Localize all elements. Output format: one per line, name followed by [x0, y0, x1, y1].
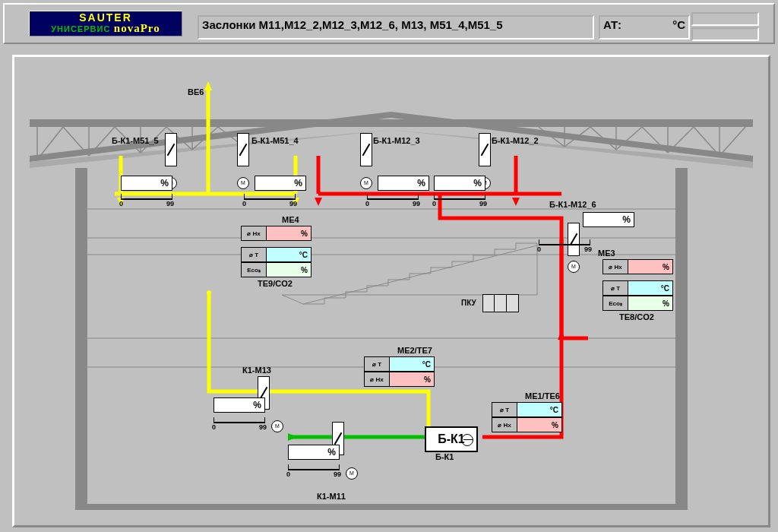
m12-3-label: Б-К1-M12_3 — [373, 136, 420, 145]
header-bar: SAUTER УНИСЕРВИС novaPro Заслонки M11,M1… — [3, 3, 775, 44]
hx-icon: ⌀ Hx — [242, 226, 267, 241]
te9-t-value: °C — [267, 248, 312, 262]
m11-output[interactable]: % — [288, 445, 340, 460]
m12-6-label: Б-К1-M12_6 — [549, 200, 596, 209]
me2-hx-row[interactable]: ⌀ Hx% — [364, 372, 435, 387]
me1-label: ME1/TE6 — [525, 391, 560, 401]
hx-icon: ⌀ Hx — [603, 260, 628, 274]
be6-label: BE6 — [188, 87, 204, 97]
te9-t-row[interactable]: ⌀ T°C — [241, 247, 312, 262]
motor-m12-6-icon[interactable]: M — [568, 261, 580, 273]
ahu-bk1[interactable]: Б-К1 — [425, 426, 478, 452]
m12-6-slider[interactable]: 099 — [539, 239, 590, 250]
m11-label: К1-М11 — [317, 492, 346, 501]
m51-4-output[interactable]: % — [255, 176, 306, 191]
page-title: Заслонки M11,M12_2,M12_3,M12_6, M13, M51… — [198, 15, 594, 40]
te9-co2-row[interactable]: Eco₂% — [241, 262, 312, 277]
te9-co2-value: % — [267, 263, 312, 277]
eco2-icon: Eco₂ — [603, 296, 628, 311]
m13-output[interactable]: % — [213, 397, 265, 413]
hx-icon: ⌀ Hx — [365, 372, 390, 387]
m12-3-slider[interactable]: 099 — [367, 194, 419, 204]
motor-m13-icon[interactable]: M — [271, 420, 283, 432]
te8-label: TE8/CO2 — [619, 312, 654, 321]
te8-t-value: °C — [628, 281, 673, 296]
m12-3-output[interactable]: % — [378, 176, 429, 191]
te8-co2-row[interactable]: Eco₂% — [602, 296, 673, 311]
svg-marker-44 — [288, 433, 297, 441]
ambient-temp-box: АТ: °C — [599, 15, 690, 40]
me1-t-value: °C — [517, 403, 562, 417]
me1-hx-row[interactable]: ⌀ Hx% — [492, 417, 562, 432]
svg-rect-28 — [675, 168, 688, 510]
at-label: АТ: — [603, 18, 621, 31]
m51-4-slider[interactable]: 099 — [244, 194, 296, 204]
m51-5-label: Б-К1-M51_5 — [112, 136, 159, 145]
bk1-footer-label: Б-К1 — [435, 452, 454, 461]
motor-m12-3-icon[interactable]: M — [360, 177, 372, 189]
hvac-diagram: M M M M M M M BE6 Б-К1-M51_5 Б-К1-M51_4 … — [12, 55, 770, 527]
svg-marker-36 — [204, 81, 212, 90]
svg-point-39 — [207, 290, 211, 295]
status-slot-top — [691, 12, 759, 26]
me2-t-value: °C — [390, 357, 435, 372]
me2-t-row[interactable]: ⌀ T°C — [364, 356, 435, 372]
me2-label: ME2/TE7 — [397, 346, 432, 355]
m13-slider[interactable]: 099 — [213, 417, 265, 428]
at-unit: °C — [672, 18, 685, 31]
me4-hx-value: % — [267, 226, 312, 241]
m51-4-label: Б-К1-M51_4 — [251, 136, 299, 145]
t-icon: ⌀ T — [242, 248, 267, 262]
me4-hx-row[interactable]: ⌀ Hx% — [241, 226, 312, 241]
m51-5-output[interactable]: % — [121, 176, 172, 191]
logo-line2: УНИСЕРВИС — [51, 24, 110, 33]
pku-icon[interactable] — [482, 294, 519, 312]
me1-hx-value: % — [517, 418, 562, 432]
te9-label: TE9/CO2 — [258, 279, 293, 288]
t-icon: ⌀ T — [603, 281, 628, 296]
logo: SAUTER УНИСЕРВИС novaPro — [29, 11, 182, 36]
m12-2-label: Б-К1-M12_2 — [492, 136, 539, 145]
te8-t-row[interactable]: ⌀ T°C — [602, 280, 673, 296]
damper-m12-2-icon[interactable] — [479, 133, 491, 166]
svg-marker-41 — [512, 198, 520, 206]
m12-2-output[interactable]: % — [434, 176, 485, 191]
status-slot-bottom — [691, 27, 759, 41]
svg-rect-1 — [30, 119, 753, 127]
motor-m51-4-icon[interactable]: M — [237, 177, 249, 189]
damper-m51-4-icon[interactable] — [237, 133, 249, 166]
me3-label: ME3 — [598, 249, 615, 258]
hx-icon: ⌀ Hx — [492, 418, 517, 432]
te8-co2-value: % — [628, 296, 673, 311]
eco2-icon: Eco₂ — [242, 263, 267, 277]
damper-m51-5-icon[interactable] — [165, 133, 177, 166]
t-icon: ⌀ T — [365, 357, 390, 372]
me3-hx-row[interactable]: ⌀ Hx% — [602, 259, 673, 274]
damper-m12-3-icon[interactable] — [360, 133, 372, 166]
m12-2-slider[interactable]: 099 — [434, 194, 485, 204]
logo-line3: novaPro — [114, 22, 160, 34]
svg-marker-40 — [315, 198, 322, 206]
svg-rect-27 — [75, 168, 87, 510]
me3-hx-value: % — [628, 260, 673, 274]
svg-marker-43 — [558, 331, 565, 340]
m12-6-output[interactable]: % — [583, 212, 634, 227]
m51-5-slider[interactable]: 099 — [121, 194, 172, 204]
m13-label: К1-М13 — [242, 366, 271, 375]
me2-hx-value: % — [390, 372, 435, 387]
me1-t-row[interactable]: ⌀ T°C — [492, 402, 562, 417]
m11-slider[interactable]: 099 — [288, 464, 340, 475]
me4-label: ME4 — [282, 215, 299, 224]
svg-rect-29 — [75, 504, 688, 510]
svg-line-26 — [719, 127, 745, 156]
motor-m11-icon[interactable]: M — [346, 467, 358, 480]
t-icon: ⌀ T — [492, 403, 517, 417]
pku-label: ПКУ — [461, 299, 476, 307]
